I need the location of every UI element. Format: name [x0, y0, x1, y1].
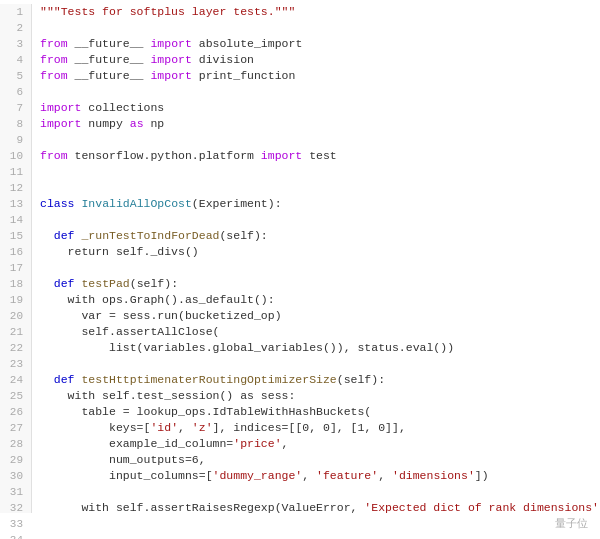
code-token: """Tests for softplus layer tests.""" [40, 5, 295, 18]
code-line: def testHttptimenaterRoutingOptimizerSiz… [40, 372, 592, 388]
code-token: division [192, 53, 254, 66]
code-token: list(variables.global_variables()), stat… [40, 341, 454, 354]
line-number: 4 [4, 52, 27, 68]
code-line: def _runTestToIndForDead(self): [40, 228, 592, 244]
code-line: var = sess.run(bucketized_op) [40, 308, 592, 324]
code-line [40, 260, 592, 276]
code-token: (self): [219, 229, 267, 242]
code-token: 'feature' [316, 469, 378, 482]
code-token: ], indices=[[0, 0], [1, 0]], [213, 421, 406, 434]
code-line: keys=['id', 'z'], indices=[[0, 0], [1, 0… [40, 420, 592, 436]
line-number: 15 [4, 228, 27, 244]
code-token: import [40, 117, 81, 130]
line-number: 29 [4, 452, 27, 468]
code-line: from __future__ import print_function [40, 68, 592, 84]
code-line: table = lookup_ops.IdTableWithHashBucket… [40, 404, 592, 420]
line-number: 11 [4, 164, 27, 180]
code-line: class InvalidAllOpCost(Experiment): [40, 196, 592, 212]
code-token: test [302, 149, 337, 162]
watermark: 量子位 [555, 516, 588, 531]
code-token: import [261, 149, 302, 162]
code-token: return self._divs() [40, 245, 199, 258]
code-token: import [150, 37, 191, 50]
code-token: absolute_import [192, 37, 302, 50]
code-line [40, 356, 592, 372]
line-number: 27 [4, 420, 27, 436]
line-number: 10 [4, 148, 27, 164]
code-token: import [150, 53, 191, 66]
code-token: 'price' [233, 437, 281, 450]
code-line: import numpy as np [40, 116, 592, 132]
line-number: 5 [4, 68, 27, 84]
code-token: import [40, 101, 81, 114]
code-token: with self.test_session() as sess: [40, 389, 295, 402]
code-token: from [40, 37, 68, 50]
code-token: self.assertAllClose( [40, 325, 219, 338]
line-numbers: 1234567891011121314151617181920212223242… [0, 4, 32, 513]
line-number: 2 [4, 20, 27, 36]
code-token: from [40, 149, 68, 162]
code-token: (self): [337, 373, 385, 386]
code-content: """Tests for softplus layer tests.""" fr… [32, 4, 600, 513]
line-number: 34 [4, 532, 27, 539]
code-token: class [40, 197, 75, 210]
line-number: 6 [4, 84, 27, 100]
line-number: 18 [4, 276, 27, 292]
line-number: 17 [4, 260, 27, 276]
code-line: """Tests for softplus layer tests.""" [40, 4, 592, 20]
code-token: 'dimensions' [392, 469, 475, 482]
code-token: numpy [81, 117, 129, 130]
code-token: import [150, 69, 191, 82]
code-token: (Experiment): [192, 197, 282, 210]
code-line [40, 132, 592, 148]
line-number: 3 [4, 36, 27, 52]
line-number: 24 [4, 372, 27, 388]
code-token: def [40, 229, 75, 242]
line-number: 16 [4, 244, 27, 260]
code-token: var = sess.run(bucketized_op) [40, 309, 282, 322]
code-token: 'dummy_range' [213, 469, 303, 482]
code-line [40, 484, 592, 500]
line-number: 30 [4, 468, 27, 484]
code-line: num_outputs=6, [40, 452, 592, 468]
code-line: from __future__ import division [40, 52, 592, 68]
code-token: 'z' [192, 421, 213, 434]
code-token: _runTestToIndForDead [81, 229, 219, 242]
code-token: __future__ [68, 69, 151, 82]
code-area: 1234567891011121314151617181920212223242… [0, 4, 600, 513]
code-token: def [40, 277, 75, 290]
code-line: self.assertAllClose( [40, 324, 592, 340]
code-line: with ops.Graph().as_default(): [40, 292, 592, 308]
code-line: input_columns=['dummy_range', 'feature',… [40, 468, 592, 484]
code-token: collections [81, 101, 164, 114]
code-token: InvalidAllOpCost [81, 197, 191, 210]
code-line: from __future__ import absolute_import [40, 36, 592, 52]
line-number: 26 [4, 404, 27, 420]
line-number: 23 [4, 356, 27, 372]
code-token: , [282, 437, 289, 450]
code-line: def testPad(self): [40, 276, 592, 292]
line-number: 31 [4, 484, 27, 500]
code-token: from [40, 69, 68, 82]
line-number: 1 [4, 4, 27, 20]
code-line [40, 164, 592, 180]
code-token: np [144, 117, 165, 130]
line-number: 22 [4, 340, 27, 356]
code-token: , [378, 469, 392, 482]
code-token: testHttptimenaterRoutingOptimizerSize [81, 373, 336, 386]
code-token: , [302, 469, 316, 482]
code-token: print_function [192, 69, 296, 82]
line-number: 12 [4, 180, 27, 196]
code-token: def [40, 373, 75, 386]
line-number: 9 [4, 132, 27, 148]
code-line [40, 212, 592, 228]
line-number: 13 [4, 196, 27, 212]
code-line [40, 180, 592, 196]
line-number: 33 [4, 516, 27, 532]
line-number: 14 [4, 212, 27, 228]
line-number: 19 [4, 292, 27, 308]
code-line: with self.test_session() as sess: [40, 388, 592, 404]
code-line [40, 84, 592, 100]
code-token: from [40, 53, 68, 66]
code-token: 'Expected dict of rank dimensions' [364, 501, 599, 513]
